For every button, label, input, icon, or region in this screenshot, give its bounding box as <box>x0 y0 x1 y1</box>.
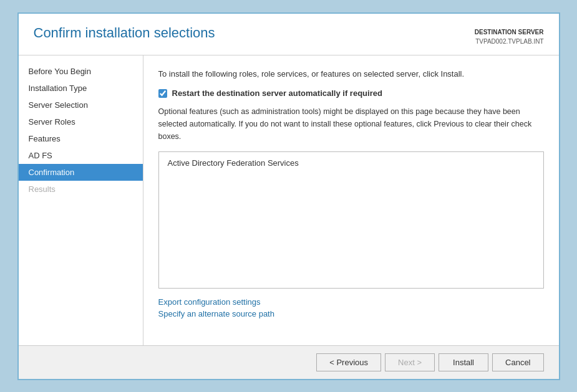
alternate-source-link[interactable]: Specify an alternate source path <box>158 309 544 318</box>
sidebar: Before You BeginInstallation TypeServer … <box>19 55 143 345</box>
previous-button[interactable]: < Previous <box>316 353 381 371</box>
dialog: Confirm installation selections DESTINAT… <box>17 12 560 380</box>
dialog-body: Before You BeginInstallation TypeServer … <box>19 55 559 345</box>
destination-info: DESTINATION SERVER TVPAD002.TVPLAB.INT <box>475 27 544 46</box>
optional-text: Optional features (such as administratio… <box>158 105 544 143</box>
install-button[interactable]: Install <box>439 353 488 371</box>
sidebar-item-ad-fs[interactable]: AD FS <box>19 147 143 164</box>
sidebar-item-results: Results <box>19 181 143 198</box>
restart-checkbox-label[interactable]: Restart the destination server automatic… <box>172 88 382 98</box>
links-section: Export configuration settings Specify an… <box>158 297 544 318</box>
features-box: Active Directory Federation Services <box>158 151 544 289</box>
sidebar-item-server-roles[interactable]: Server Roles <box>19 113 143 130</box>
next-button[interactable]: Next > <box>385 353 435 371</box>
dialog-footer: < Previous Next > Install Cancel <box>19 345 559 379</box>
content-area: To install the following roles, role ser… <box>143 55 559 345</box>
sidebar-item-confirmation[interactable]: Confirmation <box>19 164 143 181</box>
export-config-link[interactable]: Export configuration settings <box>158 297 544 307</box>
sidebar-item-features[interactable]: Features <box>19 130 143 147</box>
restart-checkbox[interactable] <box>158 89 167 98</box>
restart-checkbox-row: Restart the destination server automatic… <box>158 88 544 98</box>
intro-text: To install the following roles, role ser… <box>158 68 544 80</box>
destination-label: DESTINATION SERVER <box>475 27 544 37</box>
feature-item: Active Directory Federation Services <box>168 158 535 168</box>
sidebar-item-installation-type[interactable]: Installation Type <box>19 80 143 97</box>
dialog-title: Confirm installation selections <box>34 25 215 41</box>
cancel-button[interactable]: Cancel <box>492 353 543 371</box>
dialog-header: Confirm installation selections DESTINAT… <box>19 14 559 55</box>
destination-server: TVPAD002.TVPLAB.INT <box>475 37 544 46</box>
sidebar-item-before-you-begin[interactable]: Before You Begin <box>19 63 143 80</box>
sidebar-item-server-selection[interactable]: Server Selection <box>19 97 143 113</box>
